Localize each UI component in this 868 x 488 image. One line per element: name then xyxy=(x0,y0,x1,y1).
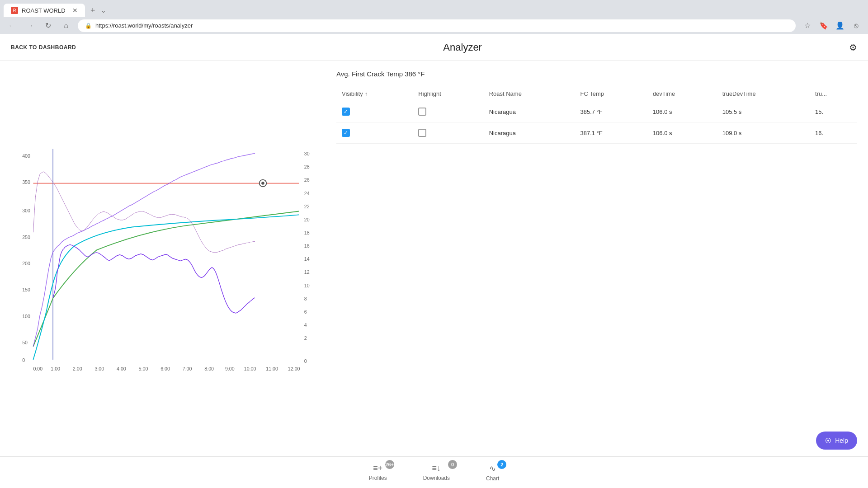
true-dev-time-1: 105.5 s xyxy=(717,101,810,122)
app: BACK TO DASHBOARD Analyzer ⚙ 400 350 300… xyxy=(0,34,868,488)
chart-area: 400 350 300 250 200 150 100 50 0 30 28 2… xyxy=(0,61,326,456)
share-button[interactable]: ⎋ xyxy=(850,19,863,32)
help-label: Help xyxy=(835,437,848,444)
bookmark-list-button[interactable]: 🔖 xyxy=(817,19,830,32)
svg-text:10: 10 xyxy=(304,283,310,288)
table-row: Nicaragua 387.1 °F 106.0 s 109.0 s 16. xyxy=(336,122,857,144)
url-bar[interactable]: 🔒 https://roast.world/my/roasts/analyzer xyxy=(78,19,796,32)
bookmark-star-button[interactable]: ☆ xyxy=(801,19,814,32)
profiles-nav-item[interactable]: ≡+ Profiles 26+ xyxy=(369,464,387,481)
svg-text:4:00: 4:00 xyxy=(117,366,126,371)
svg-text:11:00: 11:00 xyxy=(266,366,278,371)
svg-text:26: 26 xyxy=(304,178,310,183)
active-tab[interactable]: R ROAST WORLD ✕ xyxy=(4,4,85,17)
svg-text:0: 0 xyxy=(304,358,307,364)
visibility-checkbox-1[interactable] xyxy=(336,101,413,122)
svg-text:300: 300 xyxy=(22,208,30,214)
browser-actions: ☆ 🔖 👤 ⎋ xyxy=(801,19,863,32)
svg-text:30: 30 xyxy=(304,151,310,156)
svg-rect-0 xyxy=(9,145,316,373)
svg-text:400: 400 xyxy=(22,153,30,159)
svg-text:18: 18 xyxy=(304,230,310,235)
profiles-label: Profiles xyxy=(369,475,387,481)
bottom-bar: ≡+ Profiles 26+ ≡↓ Downloads 0 ∿ Chart 2 xyxy=(0,456,868,488)
sort-arrow-icon: ↑ xyxy=(365,91,368,97)
svg-text:0: 0 xyxy=(22,357,25,363)
svg-text:150: 150 xyxy=(22,287,30,292)
tab-bar: R ROAST WORLD ✕ + ⌄ xyxy=(0,0,868,17)
table-row: Nicaragua 385.7 °F 106.0 s 105.5 s 15. xyxy=(336,101,857,122)
svg-text:6: 6 xyxy=(304,309,307,314)
svg-text:200: 200 xyxy=(22,261,30,266)
col-visibility[interactable]: Visibility ↑ xyxy=(336,87,413,101)
url-text: https://roast.world/my/roasts/analyzer xyxy=(95,22,788,29)
home-button[interactable]: ⌂ xyxy=(60,19,72,32)
forward-button[interactable]: → xyxy=(24,19,36,32)
visibility-checkbox-2[interactable] xyxy=(336,122,413,144)
data-panel: Avg. First Crack Temp 386 °F Visibility … xyxy=(326,61,868,456)
svg-text:4: 4 xyxy=(304,322,307,328)
reload-button[interactable]: ↻ xyxy=(42,19,54,32)
dev-time-1: 106.0 s xyxy=(647,101,717,122)
svg-text:350: 350 xyxy=(22,179,30,185)
svg-text:12: 12 xyxy=(304,270,310,275)
svg-point-42 xyxy=(262,182,264,185)
downloads-label: Downloads xyxy=(423,475,450,481)
profile-button[interactable]: 👤 xyxy=(834,19,846,32)
fc-temp-1: 385.7 °F xyxy=(575,101,647,122)
svg-text:14: 14 xyxy=(304,256,310,262)
extra-2: 16. xyxy=(810,122,857,144)
visible-check-2[interactable] xyxy=(342,129,350,137)
svg-text:2: 2 xyxy=(304,335,307,341)
chart-nav-item[interactable]: ∿ Chart 2 xyxy=(486,464,499,482)
roast-name-2: Nicaragua xyxy=(484,122,575,144)
svg-text:250: 250 xyxy=(22,235,30,240)
true-dev-time-2: 109.0 s xyxy=(717,122,810,144)
svg-text:1:00: 1:00 xyxy=(51,366,60,371)
svg-text:10:00: 10:00 xyxy=(244,366,256,371)
tab-overflow-button[interactable]: ⌄ xyxy=(101,7,106,14)
highlight-check-1[interactable] xyxy=(418,108,426,116)
security-lock-icon: 🔒 xyxy=(85,23,92,29)
tab-close-button[interactable]: ✕ xyxy=(72,7,78,14)
chart-label: Chart xyxy=(486,475,499,482)
new-tab-button[interactable]: + xyxy=(87,4,99,17)
col-fc-temp: FC Temp xyxy=(575,87,647,101)
help-button[interactable]: ⦿ Help xyxy=(816,432,857,450)
main-content: 400 350 300 250 200 150 100 50 0 30 28 2… xyxy=(0,61,868,456)
svg-text:24: 24 xyxy=(304,191,310,196)
svg-text:6:00: 6:00 xyxy=(160,366,170,371)
chart-icon: ∿ xyxy=(489,464,496,474)
downloads-nav-item[interactable]: ≡↓ Downloads 0 xyxy=(423,464,450,481)
highlight-checkbox-1[interactable] xyxy=(413,101,483,122)
col-true-dev-time: trueDevTime xyxy=(717,87,810,101)
col-highlight: Highlight xyxy=(413,87,483,101)
col-dev-time: devTime xyxy=(647,87,717,101)
highlight-check-2[interactable] xyxy=(418,129,426,137)
col-roast-name: Roast Name xyxy=(484,87,575,101)
chart-badge: 2 xyxy=(497,460,506,469)
profiles-icon: ≡+ xyxy=(373,464,382,473)
downloads-icon: ≡↓ xyxy=(432,464,441,473)
svg-text:50: 50 xyxy=(22,340,28,345)
back-to-dashboard-button[interactable]: BACK TO DASHBOARD xyxy=(11,44,76,51)
downloads-badge: 0 xyxy=(448,460,457,469)
svg-text:3:00: 3:00 xyxy=(94,366,104,371)
svg-text:9:00: 9:00 xyxy=(225,366,235,371)
settings-button[interactable]: ⚙ xyxy=(849,42,857,53)
svg-text:20: 20 xyxy=(304,217,310,222)
highlight-checkbox-2[interactable] xyxy=(413,122,483,144)
page-title: Analyzer xyxy=(443,42,482,53)
svg-text:0:00: 0:00 xyxy=(33,366,42,371)
svg-text:2:00: 2:00 xyxy=(73,366,82,371)
roast-name-1: Nicaragua xyxy=(484,101,575,122)
visible-check-1[interactable] xyxy=(342,108,350,116)
back-button[interactable]: ← xyxy=(5,19,18,32)
visibility-label: Visibility xyxy=(342,90,363,97)
col-extra: tru... xyxy=(810,87,857,101)
svg-text:5:00: 5:00 xyxy=(139,366,148,371)
table-header-row: Visibility ↑ Highlight Roast Name FC Tem… xyxy=(336,87,857,101)
extra-1: 15. xyxy=(810,101,857,122)
svg-text:12:00: 12:00 xyxy=(288,366,300,371)
help-circle-icon: ⦿ xyxy=(825,437,831,444)
